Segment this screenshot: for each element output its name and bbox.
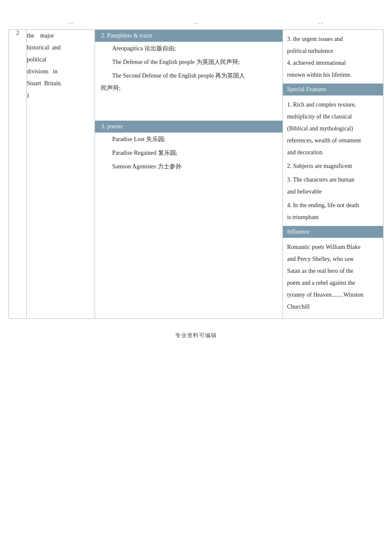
inf-item-2: and Percy Shelley, who saw — [287, 253, 379, 265]
pamphlet-item-2: The Defense of the English people 为英国人民声… — [95, 55, 282, 69]
footer-center-text: 专业资料可编辑 — [175, 332, 217, 339]
row-number: 2 — [9, 30, 27, 319]
footer-dot-right: . — [374, 330, 375, 335]
col-right: 3. the urgent issues and political turbu… — [282, 30, 383, 319]
right-pre-4: renown within his lifetime. — [287, 69, 379, 81]
special-features-items: 1. Rich and complex texture, multiplicit… — [283, 95, 383, 226]
main-table: 2 the major historical and political div… — [9, 29, 383, 319]
col-middle: 2. Pamphlets & tracts Areopagitica 论出版自由… — [95, 30, 283, 319]
poem-item-3: Samson Agonistes 力士参孙 — [95, 160, 282, 173]
sf-item-10: is triumphant — [287, 211, 379, 223]
left-line-3: political — [27, 54, 95, 66]
sf-item-2: multiplicity of the classical — [287, 111, 379, 123]
top-dot-1: .. — [68, 17, 74, 26]
col-left: the major historical and political divis… — [27, 30, 95, 319]
top-dots: .. .. .. — [9, 17, 383, 26]
pamphlet-item-4: 民声辩; — [95, 82, 282, 95]
inf-item-1: Romantic poets William Blake — [287, 241, 379, 253]
pamphlet-item-1: Areopagitica 论出版自由; — [95, 42, 282, 55]
sf-item-8: and believable — [287, 186, 379, 198]
inf-item-4: poem and a rebel against the — [287, 277, 379, 289]
special-features-header: Special Features — [283, 84, 383, 95]
footer-dot-left: . — [17, 330, 18, 335]
inf-item-6: Churchill — [287, 301, 379, 313]
poem-item-1: Paradise Lost 失乐园; — [95, 133, 282, 146]
left-line-5: Stuart Britain. — [27, 78, 95, 90]
pamphlets-header: 2. Pamphlets & tracts — [95, 30, 282, 42]
poems-header: 3. poems — [95, 121, 282, 133]
pamphlet-item-3: The Second Defense of the English people… — [95, 69, 282, 83]
sf-item-5: and decoration — [287, 147, 379, 159]
sf-item-1: 1. Rich and complex texture, — [287, 99, 379, 111]
influence-header: Influence — [283, 226, 383, 238]
page-wrapper: .. .. .. 2 the major historical and poli… — [9, 0, 383, 555]
poem-item-2: Paradise Regained 复乐园; — [95, 146, 282, 160]
sf-item-6: 2. Subjects are magnificent — [287, 160, 379, 172]
left-text: the major historical and political divis… — [27, 30, 95, 101]
middle-gap — [95, 95, 282, 121]
sf-item-9: 4. In the ending, life not death — [287, 199, 379, 211]
sf-item-4: references, wealth of ornament — [287, 135, 379, 147]
sf-item-3: (Biblical and mythological) — [287, 123, 379, 135]
left-line-4: divisions in — [27, 66, 95, 78]
footer-bar: . 专业资料可编辑 . — [9, 326, 383, 339]
left-line-2: historical and — [27, 42, 95, 54]
top-dot-2: .. — [193, 17, 199, 26]
right-pre-3: 4. achieved international — [287, 57, 379, 69]
sf-item-7: 3. The characters are human — [287, 174, 379, 186]
right-pre-header: 3. the urgent issues and political turbu… — [283, 30, 383, 84]
influence-items: Romantic poets William Blake and Percy S… — [283, 238, 383, 315]
row-num-value: 2 — [16, 30, 19, 36]
middle-bottom-gap — [95, 173, 282, 318]
left-line-1: the major — [27, 30, 95, 42]
left-line-6: ) — [27, 90, 95, 101]
inf-item-5: tyranny of Heaven........Winston — [287, 289, 379, 301]
top-dot-3: .. — [318, 17, 324, 26]
right-pre-2: political turbulence — [287, 45, 379, 57]
inf-item-3: Satan as the real hero of the — [287, 265, 379, 277]
right-pre-1: 3. the urgent issues and — [287, 33, 379, 45]
